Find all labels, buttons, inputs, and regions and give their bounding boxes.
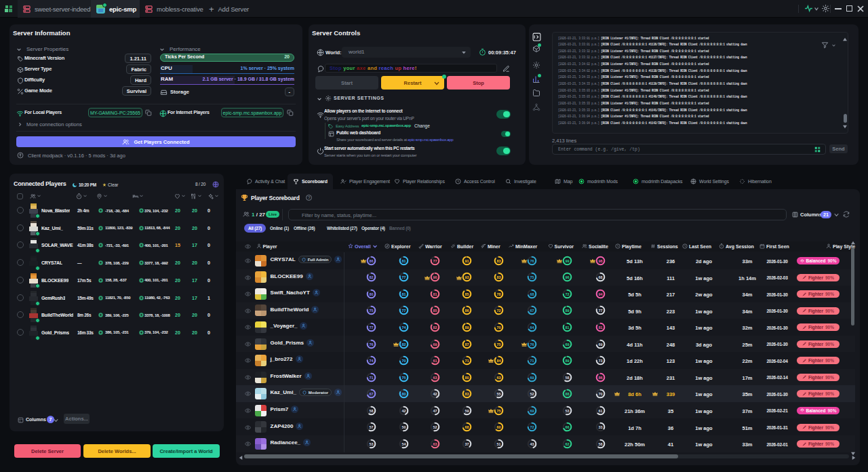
- svg-text:63: 63: [433, 375, 437, 379]
- svg-text:80: 80: [370, 292, 374, 296]
- svg-text:71: 71: [530, 359, 534, 363]
- svg-text:72: 72: [530, 425, 534, 429]
- svg-text:69: 69: [565, 342, 569, 346]
- svg-text:54: 54: [401, 442, 406, 446]
- svg-text:89: 89: [565, 359, 569, 363]
- svg-text:66: 66: [565, 425, 569, 429]
- svg-text:77: 77: [401, 275, 406, 279]
- svg-text:81: 81: [433, 292, 437, 296]
- svg-text:83: 83: [465, 392, 469, 396]
- svg-text:75: 75: [401, 375, 406, 379]
- svg-text:98: 98: [598, 258, 602, 262]
- svg-text:61: 61: [433, 359, 437, 363]
- svg-text:81: 81: [401, 258, 406, 262]
- svg-text:77: 77: [433, 258, 437, 262]
- svg-text:52: 52: [530, 392, 534, 396]
- svg-text:37: 37: [465, 442, 469, 446]
- svg-text:77: 77: [370, 326, 374, 330]
- svg-text:53: 53: [370, 442, 374, 446]
- svg-text:94: 94: [598, 292, 603, 296]
- svg-text:59: 59: [465, 408, 469, 412]
- svg-text:69: 69: [530, 375, 534, 379]
- svg-text:63: 63: [433, 442, 437, 446]
- svg-text:90: 90: [433, 275, 437, 279]
- svg-text:76: 76: [530, 258, 534, 262]
- svg-text:55: 55: [496, 392, 500, 396]
- svg-text:91: 91: [465, 258, 469, 262]
- svg-text:86: 86: [465, 309, 469, 313]
- svg-text:58: 58: [598, 442, 602, 446]
- svg-text:43: 43: [530, 442, 534, 446]
- svg-text:69: 69: [433, 342, 437, 346]
- svg-text:85: 85: [465, 292, 469, 296]
- svg-text:86: 86: [598, 375, 602, 379]
- svg-text:77: 77: [598, 309, 602, 313]
- svg-text:72: 72: [565, 292, 569, 296]
- svg-text:84: 84: [496, 359, 501, 363]
- svg-text:42: 42: [433, 392, 437, 396]
- svg-text:68: 68: [598, 275, 602, 279]
- svg-text:64: 64: [530, 326, 534, 330]
- svg-text:42: 42: [401, 408, 406, 412]
- svg-text:63: 63: [496, 375, 500, 379]
- svg-text:70: 70: [401, 359, 406, 363]
- svg-text:80: 80: [465, 375, 469, 379]
- svg-text:75: 75: [496, 408, 500, 412]
- svg-text:87: 87: [465, 342, 469, 346]
- svg-text:67: 67: [370, 392, 374, 396]
- svg-text:53: 53: [565, 408, 569, 412]
- svg-text:70: 70: [496, 326, 500, 330]
- svg-text:67: 67: [530, 309, 534, 313]
- svg-text:85: 85: [433, 309, 437, 313]
- svg-text:83: 83: [496, 258, 500, 262]
- svg-text:83: 83: [496, 275, 500, 279]
- svg-text:77: 77: [401, 309, 406, 313]
- svg-text:82: 82: [433, 326, 437, 330]
- svg-text:89: 89: [565, 309, 569, 313]
- svg-text:74: 74: [370, 359, 374, 363]
- svg-text:69: 69: [598, 342, 602, 346]
- svg-text:70: 70: [598, 392, 602, 396]
- svg-text:82: 82: [401, 342, 406, 346]
- svg-text:74: 74: [401, 326, 406, 330]
- svg-text:76: 76: [370, 342, 374, 346]
- svg-text:62: 62: [565, 442, 569, 446]
- svg-text:78: 78: [496, 292, 500, 296]
- svg-text:86: 86: [370, 258, 374, 262]
- svg-text:99: 99: [565, 258, 569, 262]
- svg-text:61: 61: [598, 408, 602, 412]
- svg-text:88: 88: [565, 392, 569, 396]
- svg-text:72: 72: [496, 309, 500, 313]
- svg-text:75: 75: [370, 309, 374, 313]
- svg-text:71: 71: [370, 375, 374, 379]
- svg-text:71: 71: [465, 359, 469, 363]
- svg-text:33: 33: [598, 425, 602, 429]
- svg-text:47: 47: [433, 408, 437, 412]
- svg-text:80: 80: [401, 392, 406, 396]
- svg-text:75: 75: [530, 275, 534, 279]
- svg-text:81: 81: [565, 326, 569, 330]
- svg-text:68: 68: [465, 425, 469, 429]
- svg-text:58: 58: [565, 375, 569, 379]
- svg-text:60: 60: [496, 425, 500, 429]
- svg-text:93: 93: [465, 275, 469, 279]
- svg-text:73: 73: [598, 359, 602, 363]
- svg-text:81: 81: [401, 292, 406, 296]
- svg-text:68: 68: [530, 292, 534, 296]
- svg-text:75: 75: [496, 342, 500, 346]
- svg-text:52: 52: [433, 425, 437, 429]
- svg-text:81: 81: [598, 326, 602, 330]
- svg-text:50: 50: [401, 425, 406, 429]
- svg-text:51: 51: [496, 442, 500, 446]
- svg-text:82: 82: [370, 275, 374, 279]
- svg-text:89: 89: [465, 326, 469, 330]
- svg-text:57: 57: [370, 425, 374, 429]
- svg-text:69: 69: [530, 408, 534, 412]
- svg-text:58: 58: [370, 408, 374, 412]
- svg-text:96: 96: [565, 275, 569, 279]
- svg-text:76: 76: [530, 342, 534, 346]
